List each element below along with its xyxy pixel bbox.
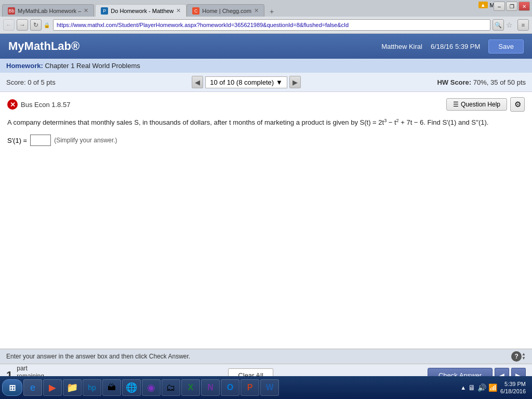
settings-button[interactable]: ⚙ — [510, 97, 525, 112]
question-area: ✕ Bus Econ 1.8.57 ☰ Question Help ⚙ A co… — [0, 92, 532, 151]
back-button[interactable]: ← — [3, 19, 15, 31]
save-button[interactable]: Save — [488, 39, 524, 54]
window-controls: – ❐ ✕ — [494, 2, 530, 11]
new-tab-button[interactable]: + — [265, 6, 278, 17]
homework-title: Chapter 1 Real World Problems — [45, 62, 140, 70]
question-nav-text: 10 of 10 (8 complete) — [210, 78, 274, 86]
address-input[interactable] — [53, 19, 490, 31]
lock-icon: 🔒 — [44, 22, 50, 28]
start-button[interactable]: ⊞ — [2, 379, 22, 396]
browser-tab-mml[interactable]: P Do Homework - Matthew ✕ — [95, 4, 187, 17]
forward-button[interactable]: → — [17, 19, 28, 31]
question-dropdown[interactable]: 10 of 10 (8 complete) ▼ — [205, 76, 287, 88]
tray-volume-icon[interactable]: 🔊 — [477, 383, 486, 392]
answer-row: S′(1) = (Simplify your answer.) — [7, 135, 525, 146]
dropdown-arrow-icon: ▼ — [276, 78, 283, 86]
question-code: Bus Econ 1.8.57 — [21, 101, 70, 109]
refresh-button[interactable]: ↻ — [30, 19, 42, 31]
close-button[interactable]: ✕ — [518, 2, 530, 11]
help-circle-button[interactable]: ? — [511, 351, 522, 362]
prev-question-button[interactable]: ◀ — [192, 76, 203, 88]
tray-chevron-icon[interactable]: ▲ — [460, 384, 466, 391]
question-help-button[interactable]: ☰ Question Help — [446, 98, 507, 111]
taskbar-hp-icon[interactable]: hp — [83, 379, 101, 396]
tab-title-bb: MyMathLab Homework – — [18, 8, 81, 14]
hw-score-value: 70%, 35 of 50 pts — [473, 78, 526, 86]
taskbar-outlook-icon[interactable]: O — [221, 379, 240, 396]
header-right: Matthew Kiral 6/18/16 5:39 PM Save — [381, 39, 524, 54]
next-question-button[interactable]: ▶ — [289, 76, 301, 88]
taskbar-media-icon[interactable]: ▶ — [43, 379, 62, 396]
question-id-area: ✕ Bus Econ 1.8.57 — [7, 99, 70, 110]
taskbar-chrome-icon[interactable]: 🌐 — [122, 379, 141, 396]
taskbar-folder-icon[interactable]: 📁 — [63, 379, 82, 396]
status-bar: Enter your answer in the answer box and … — [0, 349, 532, 364]
answer-hint: (Simplify your answer.) — [54, 137, 117, 144]
taskbar-excel-icon[interactable]: X — [181, 379, 200, 396]
address-bar: ← → ↻ 🔒 🔍 ☆ ≡ — [0, 17, 532, 33]
taskbar-ppt-icon[interactable]: P — [241, 379, 259, 396]
help-label: Question Help — [461, 101, 500, 108]
tab-favicon-mml: P — [101, 7, 108, 15]
scroll-down-icon[interactable]: ▼ — [522, 356, 526, 361]
taskbar-word-icon[interactable]: W — [260, 379, 279, 396]
bookmark-icon[interactable]: ☆ — [506, 21, 515, 29]
minimize-button[interactable]: – — [494, 2, 505, 11]
status-instruction: Enter your answer in the answer box and … — [6, 353, 190, 360]
taskbar: ⊞ e ▶ 📁 hp 🏔 🌐 ◉ 🗂 X N O P W ▲ 🖥 — [0, 376, 532, 399]
content-main — [0, 151, 532, 349]
tab-title-chegg: Home | Chegg.com — [202, 8, 251, 14]
windows-icon: ⊞ — [9, 383, 16, 393]
question-nav: ◀ 10 of 10 (8 complete) ▼ ▶ — [192, 76, 301, 88]
homework-label: Homework: — [6, 62, 43, 70]
browser-tab-chegg[interactable]: C Home | Chegg.com ✕ — [187, 4, 264, 17]
taskbar-app5-icon[interactable]: 🏔 — [102, 379, 121, 396]
score-area: Score: 0 of 5 pts — [6, 78, 56, 86]
list-icon: ☰ — [453, 101, 459, 108]
hw-score-area: HW Score: 70%, 35 of 50 pts — [437, 78, 526, 86]
menu-button[interactable]: ≡ — [517, 19, 529, 31]
status-right: ? ▲ ▼ — [511, 351, 526, 362]
homework-bar: Homework: Chapter 1 Real World Problems — [0, 59, 532, 73]
tray-icons: ▲ 🖥 🔊 📶 — [460, 383, 497, 392]
browser-tab-bb[interactable]: Bb MyMathLab Homework – ✕ — [2, 4, 94, 17]
header-username: Matthew Kiral — [381, 43, 422, 50]
score-label: Score: — [6, 78, 26, 86]
question-header: ✕ Bus Econ 1.8.57 ☰ Question Help ⚙ — [7, 97, 525, 112]
taskbar-files-icon[interactable]: 🗂 — [162, 379, 180, 396]
answer-input[interactable] — [30, 135, 51, 146]
tray-time-area: 5:39 PM 6/18/2016 — [500, 380, 526, 395]
header-datetime: 6/18/16 5:39 PM — [431, 43, 480, 50]
tab-close-chegg[interactable]: ✕ — [254, 7, 259, 14]
tab-title-mml: Do Homework - Matthew — [111, 8, 174, 14]
search-button[interactable]: 🔍 — [493, 19, 504, 31]
maximize-button[interactable]: ❐ — [506, 2, 517, 11]
score-value: 0 of 5 pts — [28, 78, 55, 86]
status-scroll: ▲ ▼ — [522, 352, 526, 361]
tray-network-icon: 🖥 — [468, 383, 475, 392]
app-header: MyMathLab® Matthew Kiral 6/18/16 5:39 PM… — [0, 34, 532, 59]
tray-time: 5:39 PM — [500, 380, 526, 388]
tray-date: 6/18/2016 — [500, 388, 526, 395]
question-text: A company determines that monthly sales … — [7, 117, 525, 128]
taskbar-onenote-icon[interactable]: N — [201, 379, 220, 396]
tab-favicon-chegg: C — [192, 7, 200, 15]
user-warning-icon: ▲ — [478, 2, 488, 8]
tab-close-mml[interactable]: ✕ — [176, 7, 181, 14]
score-nav-bar: Score: 0 of 5 pts ◀ 10 of 10 (8 complete… — [0, 73, 532, 92]
system-tray: ▲ 🖥 🔊 📶 5:39 PM 6/18/2016 — [456, 380, 530, 395]
question-tools: ☰ Question Help ⚙ — [446, 97, 525, 112]
taskbar-purple-icon[interactable]: ◉ — [142, 379, 161, 396]
taskbar-ie-icon[interactable]: e — [23, 379, 42, 396]
answer-prefix: S′(1) = — [7, 137, 27, 144]
tab-favicon-bb: Bb — [8, 7, 15, 15]
tray-signal-icon: 📶 — [488, 383, 497, 392]
error-icon[interactable]: ✕ — [7, 99, 18, 110]
hw-score-label: HW Score: — [437, 78, 471, 86]
app-logo: MyMathLab® — [8, 39, 79, 53]
tab-close-bb[interactable]: ✕ — [84, 7, 88, 14]
part-remaining-label: part — [17, 365, 74, 373]
